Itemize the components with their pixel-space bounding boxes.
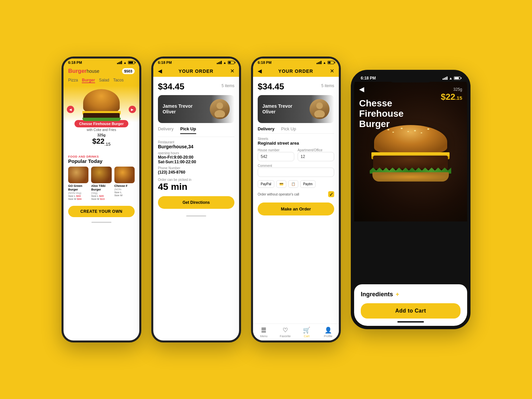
home-indicator <box>91 222 111 223</box>
close-button[interactable]: ✕ <box>330 68 334 74</box>
apt-input[interactable] <box>298 152 334 161</box>
item-size-m-3: Size M <box>114 194 135 197</box>
user-avatar <box>310 99 330 119</box>
item-img-2 <box>91 167 111 183</box>
bottom-sheet: Ingredients + Add to Cart <box>354 284 467 326</box>
screen1-status-icons: ▲ <box>117 61 135 65</box>
operator-row: Order without operator's call ✓ <box>258 191 334 197</box>
item-img-3 <box>114 167 135 183</box>
streets-value: Reginald street area <box>258 141 334 146</box>
nav-salad[interactable]: Salad <box>99 78 109 83</box>
profile-icon: 👤 <box>325 327 332 334</box>
item-name-2: Aloo Tikki Burger <box>91 184 111 192</box>
back-button[interactable]: ◀ <box>359 85 364 93</box>
operator-label: Order without operator's call <box>258 193 326 196</box>
close-button[interactable]: ✕ <box>230 68 234 74</box>
operator-checkbox[interactable]: ✓ <box>328 191 334 197</box>
directions-button[interactable]: Get Directions <box>158 196 234 209</box>
order-button[interactable]: Make an Order <box>258 202 334 215</box>
item-name-1: GO Green Burger <box>68 184 88 192</box>
price-main: $22 <box>92 137 105 145</box>
screen1-header: Burgerhouse $503 <box>64 65 139 76</box>
cart-amount[interactable]: $503 <box>122 68 135 74</box>
paypal-button[interactable]: PayPal <box>258 180 274 188</box>
prev-arrow[interactable]: ◀ <box>67 106 74 113</box>
screen3-time: 6:18 PM <box>258 61 272 65</box>
item-sub-1: (NON-Veg) <box>68 192 88 195</box>
ingredients-label: Ingredients <box>361 291 393 298</box>
paytm-button[interactable]: Paytm <box>300 180 316 188</box>
hero-section: ◀ Chesse Firehouse Burger 325g $22.15 <box>354 82 467 221</box>
screen1-nav: Pizza Burger Salad Tacos <box>64 76 139 86</box>
price-row: $34.45 5 items <box>158 81 234 92</box>
tab-delivery[interactable]: Delivery <box>258 126 275 131</box>
card-button[interactable]: 💳 <box>276 180 286 188</box>
screen1-status-bar: 6:18 PM ▲ <box>64 59 139 65</box>
price-main: $22 <box>441 92 455 102</box>
hero-weight: 325g <box>64 133 139 137</box>
user-card: James TrevorOliver <box>158 95 234 123</box>
item-img-1 <box>68 167 88 183</box>
avatar-svg <box>213 101 226 117</box>
signal-icon <box>317 61 322 64</box>
burger-name: Chesse Firehouse Burger <box>359 98 404 129</box>
next-arrow[interactable]: ▶ <box>129 106 136 113</box>
section-label: FOOD AND DRINKS <box>68 155 135 158</box>
logo-bold: Burger <box>68 68 87 74</box>
nav-menu[interactable]: ☰ Menu <box>253 327 275 338</box>
streets-label: Streets <box>258 137 334 141</box>
tab-pickup[interactable]: Pick Up <box>180 126 196 134</box>
wifi-icon: ▲ <box>323 61 326 65</box>
pickup-label: Order can be picked in <box>158 178 234 182</box>
screen4-phone: 6:18 PM ▲ <box>351 70 470 329</box>
tab-delivery[interactable]: Delivery <box>158 126 174 134</box>
price-decimal: .15 <box>455 95 462 101</box>
screen3-status-icons: ▲ <box>317 61 334 65</box>
payment-methods: PayPal 💳 📋 Paytm <box>258 180 334 188</box>
signal-icon <box>443 76 448 80</box>
plus-icon[interactable]: + <box>396 291 399 298</box>
nav-burger[interactable]: Burger <box>82 78 95 83</box>
hero-price: $22.15 <box>64 137 139 147</box>
name-line2: Firehouse <box>359 108 404 119</box>
screen1-hero: ◀ ▶ Chesse Firehouse Burger with Coke an… <box>64 86 139 152</box>
back-button[interactable]: ◀ <box>158 68 162 74</box>
apt-field: Apartment/Office <box>298 148 334 161</box>
house-input[interactable] <box>258 152 294 161</box>
user-info: James TrevorOliver <box>262 103 306 115</box>
nav-favorite[interactable]: ♡ Favorite <box>275 327 296 338</box>
nav-pizza[interactable]: Pizza <box>68 78 78 83</box>
items-count: 5 items <box>221 81 234 90</box>
create-own-button[interactable]: CREATE YOUR OWN <box>68 206 135 217</box>
item-sub-2: (Veg) <box>91 192 111 195</box>
back-overlay: ◀ <box>359 85 364 93</box>
logo-light: house <box>87 68 99 74</box>
order-tabs: Delivery Pick Up <box>258 126 334 134</box>
patty <box>373 156 448 169</box>
nav-tacos[interactable]: Tacos <box>113 78 123 83</box>
hours-weekday: Mon-Fri:9:00-20:00 <box>158 155 234 160</box>
hours-label: opening hours <box>158 151 234 155</box>
item-size-l-2: Size L $20 <box>91 195 111 198</box>
screen2-time: 6:18 PM <box>158 61 172 65</box>
comment-label: Comment <box>258 164 334 168</box>
tab-pickup[interactable]: Pick Up <box>281 126 296 131</box>
comment-input[interactable] <box>258 168 334 177</box>
avatar-img <box>310 99 330 119</box>
copy-button[interactable]: 📋 <box>288 180 298 188</box>
add-to-cart-button[interactable]: Add to Cart <box>361 303 461 319</box>
back-button[interactable]: ◀ <box>258 68 262 74</box>
avatar-img <box>210 99 230 119</box>
hours-weekend: Sat-Sun:11:00-22:00 <box>158 160 234 164</box>
sesame-3 <box>414 130 416 131</box>
order-price: $34.45 <box>258 81 284 91</box>
nav-profile[interactable]: 👤 Profile <box>318 327 339 338</box>
item-size-l-1: Size L $34 <box>68 195 88 198</box>
phone-notch <box>387 73 434 82</box>
screen1-popular: FOOD AND DRINKS Popular Today GO Green B… <box>64 152 139 203</box>
screen2-title: YOUR ORDER <box>179 68 213 74</box>
user-name: James TrevorOliver <box>262 103 306 115</box>
favorite-icon: ♡ <box>283 327 288 334</box>
nav-cart[interactable]: 🛒 Cart <box>296 327 318 338</box>
burger-visual <box>364 125 457 198</box>
